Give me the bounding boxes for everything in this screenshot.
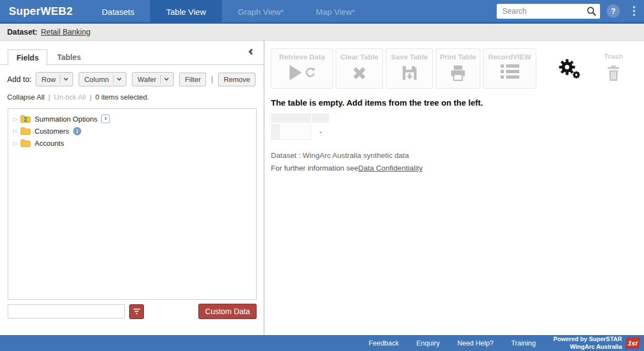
- tree-item-accounts[interactable]: ▷ Accounts: [8, 137, 256, 149]
- dataset-link[interactable]: Retail Banking: [41, 28, 90, 36]
- table-value-cell: -: [312, 124, 330, 140]
- expand-triangle-icon[interactable]: ▷: [13, 116, 20, 122]
- table-row-header-cell: [279, 124, 311, 140]
- table-toolbar: Retrieve Data Clear Table: [264, 41, 644, 89]
- dataset-description: Dataset : WingArc Australia synthetic da…: [271, 151, 644, 160]
- list-icon: [501, 64, 519, 79]
- folder-icon: [20, 139, 31, 147]
- chevron-down-icon: [164, 76, 169, 80]
- trash-icon: [607, 65, 620, 81]
- tree-item-summation-options[interactable]: ▷ Σ Summation Options ›: [8, 113, 256, 125]
- collapse-panel-icon[interactable]: [247, 48, 255, 56]
- expand-triangle-icon[interactable]: ▷: [13, 128, 20, 134]
- overflow-menu-icon[interactable]: [630, 4, 639, 18]
- empty-table-message: The table is empty. Add items from the t…: [271, 98, 644, 107]
- filter-funnel-button[interactable]: [129, 304, 144, 319]
- gear-icon: [557, 58, 581, 80]
- help-button[interactable]: ?: [607, 4, 620, 18]
- table-header-cell: [312, 113, 329, 123]
- field-panel: Fields Tables Add to: Row Column Wafer F…: [0, 41, 264, 335]
- clear-table-button[interactable]: Clear Table: [336, 48, 383, 89]
- add-to-column-dropdown[interactable]: Column: [79, 72, 126, 86]
- custom-data-row: Custom Data: [8, 304, 257, 319]
- printer-icon: [436, 64, 480, 81]
- dataset-bar: Dataset: Retail Banking: [0, 24, 644, 41]
- folder-sigma-icon: Σ: [20, 114, 31, 123]
- collapse-all-link[interactable]: Collapse All: [7, 93, 45, 101]
- toolbar-separator: |: [211, 75, 213, 84]
- top-navbar: SuperWEB2 Datasets Table View Graph View…: [0, 0, 644, 24]
- tab-fields[interactable]: Fields: [8, 50, 47, 66]
- nav-item-map-view[interactable]: Map View*: [300, 0, 371, 24]
- table-header-cell: [271, 113, 311, 123]
- navbar-right-group: ?: [497, 0, 644, 22]
- nav-item-graph-view[interactable]: Graph View*: [222, 0, 300, 24]
- remove-button[interactable]: Remove: [218, 73, 256, 86]
- trash-button[interactable]: Trash: [604, 48, 623, 84]
- nav-item-datasets[interactable]: Datasets: [86, 0, 150, 24]
- main-area: Fields Tables Add to: Row Column Wafer F…: [0, 41, 644, 335]
- footer-link-enquiry[interactable]: Enquiry: [417, 339, 440, 347]
- add-to-wafer-dropdown[interactable]: Wafer: [132, 72, 174, 86]
- nav-item-table-view[interactable]: Table View: [150, 0, 221, 24]
- field-search-input[interactable]: [8, 304, 125, 319]
- powered-by-text: Powered by SuperSTAR WingArc Australia: [553, 336, 622, 351]
- open-options-arrow-button[interactable]: ›: [101, 114, 110, 123]
- tab-tables[interactable]: Tables: [50, 50, 88, 65]
- empty-table-grid: -: [271, 113, 644, 140]
- superstar-logo[interactable]: 1st: [625, 337, 640, 349]
- save-icon: [386, 64, 432, 81]
- untick-all-link[interactable]: Un-tick All: [54, 93, 86, 101]
- x-icon: [336, 64, 382, 82]
- footer-link-feedback[interactable]: Feedback: [369, 339, 399, 347]
- custom-data-button[interactable]: Custom Data: [198, 304, 257, 319]
- field-tree: ▷ Σ Summation Options › ▷ Customers i ▷: [8, 108, 257, 300]
- search-input[interactable]: [497, 4, 600, 19]
- footer-link-training[interactable]: Training: [511, 339, 536, 347]
- save-table-button[interactable]: Save Table: [386, 48, 433, 89]
- panel-tabs: Fields Tables: [0, 41, 264, 65]
- svg-text:Σ: Σ: [24, 116, 27, 123]
- table-panel: Retrieve Data Clear Table: [264, 41, 644, 335]
- chevron-down-icon: [117, 76, 121, 80]
- app-logo: SuperWEB2: [0, 0, 86, 22]
- filter-button[interactable]: Filter: [179, 73, 206, 86]
- chevron-down-icon: [64, 76, 68, 80]
- add-to-row-dropdown[interactable]: Row: [36, 72, 73, 86]
- data-confidentiality-link[interactable]: Data Confidentiality: [358, 164, 423, 172]
- items-selected-count: 0 items selected.: [96, 93, 149, 101]
- footer-link-need-help[interactable]: Need Help?: [457, 339, 493, 347]
- search-container: [497, 4, 600, 19]
- expand-triangle-icon[interactable]: ▷: [13, 140, 20, 146]
- add-to-toolbar: Add to: Row Column Wafer Filter | Remove: [0, 65, 264, 86]
- table-options-button[interactable]: [557, 48, 581, 82]
- retrieve-data-button[interactable]: Retrieve Data: [271, 48, 333, 89]
- confidentiality-prefix: For further information see: [271, 164, 358, 172]
- play-refresh-icon: [271, 64, 332, 81]
- recordview-button[interactable]: RecordVIEW: [483, 48, 536, 89]
- footer-bar: Feedback Enquiry Need Help? Training Pow…: [0, 335, 644, 351]
- dataset-label: Dataset:: [7, 28, 37, 36]
- add-to-label: Add to:: [7, 75, 31, 84]
- tree-item-customers[interactable]: ▷ Customers i: [8, 125, 256, 137]
- search-icon[interactable]: [586, 6, 597, 19]
- print-table-button[interactable]: Print Table: [436, 48, 480, 89]
- folder-icon: [20, 127, 31, 135]
- tree-action-links: Collapse All | Un-tick All | 0 items sel…: [0, 86, 264, 101]
- confidentiality-line: For further information seeData Confiden…: [271, 164, 644, 172]
- info-icon[interactable]: i: [73, 127, 81, 135]
- table-stub-cell: [271, 124, 279, 140]
